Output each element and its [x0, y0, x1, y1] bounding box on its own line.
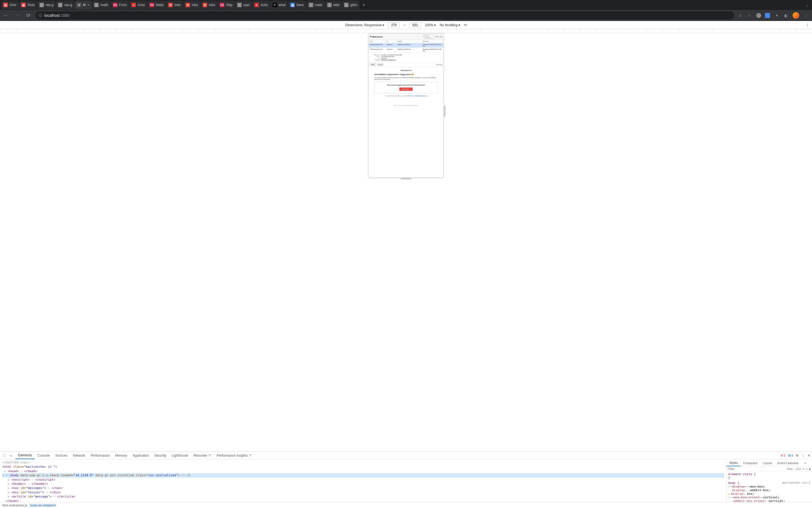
chrome-menu-icon[interactable]: ⋮: [803, 13, 809, 18]
browser-tab[interactable]: ◌raw.g: [37, 1, 56, 9]
new-rule-icon[interactable]: +: [803, 467, 804, 470]
email-footer-link[interactable]: email me at mail@railsnotes.xyz: [407, 95, 427, 97]
dom-tree[interactable]: <!DOCTYPE html> <html class="mailcatcher…: [0, 459, 726, 502]
browser-tab[interactable]: ○ryan: [235, 1, 252, 9]
col-from[interactable]: From: [370, 41, 387, 42]
browser-tab[interactable]: ✦Actio: [252, 1, 270, 9]
devtools-tab[interactable]: Lighthouse: [169, 452, 191, 459]
breadcrumb-item-active[interactable]: body.vsc-initialized: [29, 503, 57, 507]
browser-tab[interactable]: ○lette: [325, 1, 342, 9]
extensions-icon[interactable]: ✦: [774, 13, 779, 18]
styles-filter-input[interactable]: [728, 467, 784, 470]
dom-line[interactable]: ▸ <noscript> ⋯ </noscript>: [2, 478, 724, 482]
col-received[interactable]: Received: [423, 41, 442, 42]
browser-tab[interactable]: ○mailc: [307, 1, 325, 9]
site-info-icon[interactable]: ⓘ: [39, 13, 42, 18]
devtools-tab[interactable]: Network: [70, 452, 88, 459]
browser-tab[interactable]: RNSkip: [218, 1, 235, 9]
dom-line[interactable]: ▸ <head> ⋯ </head>: [2, 469, 724, 473]
dom-line[interactable]: ▸ <article id="message"> ⋯ </article>: [2, 495, 724, 499]
styles-tab[interactable]: Event Listeners: [775, 459, 801, 466]
devtools-tab[interactable]: Recorder⚗: [191, 452, 214, 459]
back-button[interactable]: ←: [2, 13, 10, 18]
rotate-icon[interactable]: ⟲: [464, 23, 467, 27]
close-devtools-icon[interactable]: ✕: [808, 454, 810, 458]
css-rules[interactable]: element.style { } body {mailcatcher.css:…: [727, 471, 812, 502]
devtools-tab[interactable]: Security: [152, 452, 169, 459]
tab-source[interactable]: Source: [377, 63, 383, 66]
styles-tab[interactable]: Styles: [727, 459, 740, 466]
styles-tab-more[interactable]: »: [802, 459, 809, 466]
device-toolbar-menu[interactable]: ⋮: [806, 23, 809, 27]
devtools-tab[interactable]: Sources: [52, 452, 70, 459]
browser-tab[interactable]: MInbo: [184, 1, 200, 9]
devtools-tab[interactable]: Console: [35, 452, 52, 459]
dom-line[interactable]: <!DOCTYPE html>: [2, 461, 724, 465]
devtools-menu-icon[interactable]: ⋮: [802, 454, 805, 458]
devtools-tab[interactable]: Performance: [88, 452, 112, 459]
message-row[interactable]: chris@example.com><harrison>Testing ever…: [369, 43, 443, 48]
settings-icon[interactable]: ⚙: [796, 454, 799, 458]
breadcrumb-item[interactable]: html.mailcatcher.js.: [2, 504, 28, 507]
devtools-tab[interactable]: Elements: [15, 452, 35, 459]
dom-line[interactable]: ▸ <div id="resizer"> ⋯ </div>: [2, 490, 724, 495]
dom-line[interactable]: ▸ <header> ⋯ </header>: [2, 482, 724, 486]
share-icon[interactable]: ⇧: [737, 13, 743, 18]
profile-avatar[interactable]: [793, 12, 799, 19]
close-tab-icon[interactable]: ×: [87, 3, 89, 7]
computed-toggle-icon[interactable]: ▭: [806, 467, 808, 470]
browser-tab[interactable]: ✦Actio: [129, 1, 147, 9]
styles-tab[interactable]: Layout: [760, 459, 775, 466]
tab-html[interactable]: HTML: [370, 63, 376, 66]
devtools-tab[interactable]: Application: [130, 452, 152, 459]
browser-tab[interactable]: ▦Senc: [288, 1, 306, 9]
new-tab-button[interactable]: +: [360, 2, 368, 8]
search-input[interactable]: Search messages...: [423, 35, 434, 39]
bookmark-icon[interactable]: ☆: [747, 13, 752, 18]
col-to[interactable]: To: [387, 41, 398, 42]
hov-toggle[interactable]: :hov: [786, 467, 793, 470]
browser-tab[interactable]: ②M×: [75, 1, 92, 9]
dom-line-selected[interactable]: ⋯ ▾ <body data-new-gr-c-s-check-loaded="…: [2, 473, 724, 477]
col-subject[interactable]: Subject: [398, 41, 423, 42]
dom-line[interactable]: ▸ <nav id="messages"> ⋯ </nav>: [2, 486, 724, 490]
issue-count[interactable]: ▤ 4: [788, 454, 793, 457]
cls-toggle[interactable]: .cls: [794, 467, 801, 470]
device-mode-icon[interactable]: ▭: [8, 453, 13, 458]
inspect-element-icon[interactable]: ⬚: [2, 453, 7, 458]
dom-line[interactable]: </body>: [2, 499, 724, 502]
clear-button[interactable]: Clear: [435, 36, 439, 38]
dom-line[interactable]: <html class="mailcatcher js ">: [2, 465, 724, 469]
extension-2-icon[interactable]: [765, 13, 770, 18]
extension-1-icon[interactable]: [756, 13, 761, 18]
resize-handle-corner[interactable]: [442, 176, 445, 179]
devtools-tab[interactable]: Performance insights⚗: [214, 452, 254, 459]
omnibox[interactable]: ⓘ localhost:1080: [35, 11, 734, 19]
styles-pane-toggle-icon[interactable]: ◧: [809, 467, 811, 470]
dimensions-dropdown[interactable]: Dimensions: Responsive ▾: [345, 23, 384, 27]
learn-more-button[interactable]: Learn more →: [399, 87, 413, 91]
forward-button[interactable]: →: [13, 13, 21, 18]
browser-tab[interactable]: ◌raw.g: [56, 1, 74, 9]
device-width-input[interactable]: [388, 23, 400, 28]
browser-tab[interactable]: RNMaile: [148, 1, 166, 9]
reload-button[interactable]: ⟳: [24, 12, 32, 18]
browser-tab[interactable]: MInbo: [166, 1, 183, 9]
browser-tab[interactable]: ○mailh: [92, 1, 111, 9]
browser-tab[interactable]: MInbo: [201, 1, 217, 9]
resize-handle-bottom[interactable]: [401, 178, 411, 179]
browser-tab[interactable]: RNFrom: [111, 1, 129, 9]
download-link[interactable]: Download: [436, 64, 442, 66]
message-row[interactable]: chris@example.com><harrison>Testing ever…: [369, 48, 443, 52]
tab-overflow-icon[interactable]: ⌄: [804, 3, 811, 7]
quit-button[interactable]: Quit: [440, 36, 442, 38]
resize-handle-right[interactable]: [444, 105, 446, 117]
device-height-input[interactable]: [409, 23, 421, 28]
browser-tab[interactable]: ◉Over: [1, 1, 19, 9]
styles-tab[interactable]: Computed: [740, 459, 760, 466]
zoom-dropdown[interactable]: 100% ▾: [425, 23, 436, 27]
browser-tab[interactable]: ◌githu: [342, 1, 360, 9]
browser-tab[interactable]: ◉Slots: [19, 1, 37, 9]
browser-tab[interactable]: Pwhat: [271, 1, 288, 9]
sidepanel-icon[interactable]: ◧: [783, 13, 789, 18]
